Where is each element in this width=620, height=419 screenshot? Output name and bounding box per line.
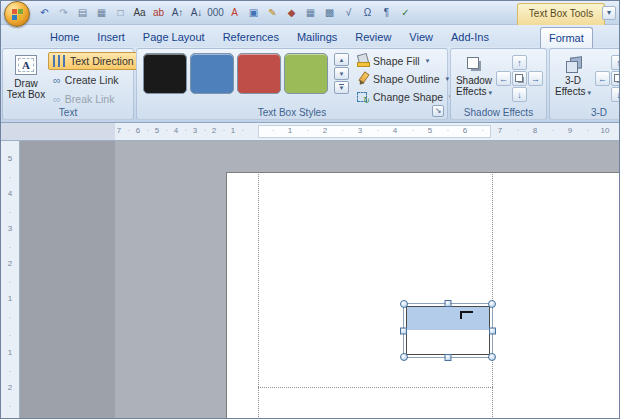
resize-handle-n[interactable] [445,300,452,307]
shadow-effects-button[interactable]: Shadow Effects▾ [454,51,494,107]
tab-home[interactable]: Home [41,26,88,47]
ruler-mark: 7 [498,127,502,135]
horizontal-ruler[interactable]: 7·6·5·4·3·2·1··1·2·3·4·5·6·7·8·9·10 [1,123,619,141]
styles-dialog-launcher[interactable]: ↘ [432,105,444,117]
break-link-icon: ∞ [53,94,61,105]
create-link-button[interactable]: ∞ Create Link [48,71,139,89]
resize-handle-sw[interactable] [400,353,408,361]
ruler-mark: 4 [174,127,178,135]
text-direction-button[interactable]: Text Direction [48,52,139,70]
nudge-shadow-down-button[interactable]: ↓ [512,87,527,102]
ruler-mark: 5 [155,127,159,135]
resize-handle-w[interactable] [400,327,407,334]
ruler-mark: · [9,314,11,321]
style-gallery-scroll: ▲ ▼ ▼ [334,53,349,94]
picture-icon[interactable]: ▣ [244,5,263,22]
change-shape-button[interactable]: ↻ Change Shape ▾ [353,88,456,105]
tab-mailings[interactable]: Mailings [288,26,346,47]
ribbon-group-text: A Draw Text Box Text Direction ∞ Create … [2,48,134,120]
ruler-mark: · [377,127,379,134]
borders-icon[interactable]: ▩ [320,5,339,22]
shapes-icon[interactable]: ◆ [282,5,301,22]
tilt-left-button[interactable]: ← [595,71,610,86]
font-color-icon[interactable]: A [225,5,244,22]
draw-text-box-button[interactable]: A Draw Text Box [6,51,46,107]
tilt-up-button[interactable]: ↑ [611,55,620,70]
dropdown-arrow-icon: ▾ [488,89,492,96]
shadow-on-off-button[interactable] [512,71,527,86]
create-link-icon: ∞ [53,75,61,86]
ruler-mark: 6 [136,127,140,135]
text-box-body[interactable] [406,306,490,355]
tab-page-layout[interactable]: Page Layout [134,26,214,47]
ruler-mark: · [482,127,484,134]
resize-handle-se[interactable] [488,353,496,361]
shape-outline-label: Shape Outline [373,73,440,85]
style-swatch-black[interactable] [143,53,187,94]
quick-print-icon[interactable]: ▦ [92,5,111,22]
gallery-more-button[interactable]: ▼ [334,81,349,94]
tab-references[interactable]: References [214,26,288,47]
3d-effects-button[interactable]: 3-D Effects▾ [553,51,593,107]
ruler-mark: 8 [533,127,537,135]
vertical-ruler[interactable]: 5·4·3·2·1··1·2· [1,141,20,419]
ruler-mark: · [342,127,344,134]
table-icon[interactable]: ▦ [301,5,320,22]
resize-handle-e[interactable] [489,327,496,334]
break-link-label: Break Link [65,93,115,105]
selected-text-box[interactable] [403,303,493,358]
nudge-shadow-right-button[interactable]: → [528,71,543,86]
nudge-shadow-left-button[interactable]: ← [496,71,511,86]
ruler-mark: 4 [8,190,12,198]
group-label-text-box-styles: Text Box Styles [137,107,447,118]
gallery-scroll-down-button[interactable]: ▼ [334,67,349,80]
scroll-down-icon: ▼ [339,71,345,77]
symbol-icon[interactable]: Ω [358,5,377,22]
ruler-mark: · [147,127,149,134]
equation-icon[interactable]: √ [339,5,358,22]
ruler-mark: 6 [463,127,467,135]
draw-text-box-label-1: Draw [14,78,37,89]
shape-fill-button[interactable]: Shape Fill ▾ [353,52,456,69]
document-page[interactable] [226,172,619,419]
gallery-scroll-up-button[interactable]: ▲ [334,53,349,66]
tilt-down-button[interactable]: ↓ [611,87,620,102]
resize-handle-ne[interactable] [488,300,496,308]
tab-review[interactable]: Review [346,26,400,47]
ruler-mark: 1 [8,295,12,303]
office-logo-icon [12,9,17,14]
3d-on-off-button[interactable] [611,71,620,86]
style-swatch-blue[interactable] [190,53,234,94]
new-document-icon[interactable]: □ [111,5,130,22]
grow-font-icon[interactable]: A↑ [168,5,187,22]
title-bar: ↶↷▤▦□AaabA↑A↓000A▣✎◆▦▩√Ω¶✓ Text Box Tool… [1,1,619,25]
tab-insert[interactable]: Insert [88,26,134,47]
ribbon-group-text-box-styles: ▲ ▼ ▼ Shape Fill ▾ Shape Outline [136,48,448,120]
shape-outline-button[interactable]: Shape Outline ▾ [353,70,456,87]
pencil-icon[interactable]: ✎ [263,5,282,22]
tab-format[interactable]: Format [540,27,593,48]
print-preview-icon[interactable]: ▤ [73,5,92,22]
autocorrect-icon[interactable]: ✓ [396,5,415,22]
spelling-icon[interactable]: ab [149,5,168,22]
shrink-font-icon[interactable]: A↓ [187,5,206,22]
style-swatch-green[interactable] [284,53,328,94]
undo-icon[interactable]: ↶ [35,5,54,22]
word-count-icon[interactable]: 000 [206,5,225,22]
resize-handle-nw[interactable] [400,300,408,308]
style-swatch-row [143,53,328,94]
tab-add-ins[interactable]: Add-Ins [442,26,498,47]
office-button[interactable] [4,1,30,27]
style-swatch-red[interactable] [237,53,281,94]
ruler-mark: 5 [8,155,12,163]
toolbar-options-chevron-icon[interactable]: ▾ [602,6,616,20]
paragraph-mark-icon[interactable]: ¶ [377,5,396,22]
redo-icon[interactable]: ↷ [54,5,73,22]
ruler-mark: 9 [568,127,572,135]
resize-handle-s[interactable] [445,354,452,361]
tab-view[interactable]: View [400,26,442,47]
break-link-button[interactable]: ∞ Break Link [48,90,139,108]
change-case-icon[interactable]: Aa [130,5,149,22]
nudge-shadow-up-button[interactable]: ↑ [512,55,527,70]
text-cursor-icon [460,311,473,319]
